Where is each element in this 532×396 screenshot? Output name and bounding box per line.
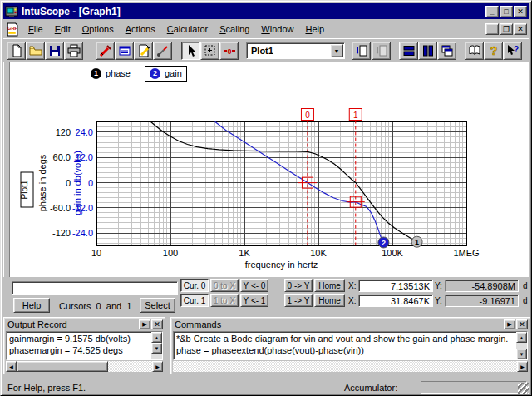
output-record-titlebar: Output Record ▶ ✕ bbox=[6, 319, 163, 330]
commands-line[interactable]: phase = phaseextend(phase(vout)-phase(vi… bbox=[176, 344, 515, 356]
menu-file[interactable]: File bbox=[22, 22, 49, 36]
gain-curve bbox=[215, 121, 384, 242]
close-button[interactable]: ✕ bbox=[514, 6, 527, 17]
probe-pencil-icon bbox=[99, 44, 112, 57]
commands-close-button[interactable]: ✕ bbox=[516, 319, 528, 329]
plot-selector-dropdown-button[interactable]: ▼ bbox=[330, 44, 343, 57]
cursor1-to-y-button[interactable]: 1 -> Y bbox=[284, 294, 313, 307]
cascade-windows-button[interactable] bbox=[437, 42, 456, 60]
scroll-down-icon[interactable]: ▼ bbox=[516, 349, 527, 359]
select-arrow-icon bbox=[185, 44, 198, 57]
output-record-expand-button[interactable]: ▶ bbox=[139, 319, 150, 329]
menu-bar: GRF File Edit Options Actions Calculator… bbox=[3, 21, 529, 37]
plot-frame bbox=[96, 121, 466, 245]
open-folder-icon bbox=[29, 44, 42, 57]
cursor0-row: Cur. 0 0 to X Y <- 0 0 -> Y Home X: 7.13… bbox=[3, 279, 529, 293]
cursor0-to-y-button[interactable]: 0 -> Y bbox=[284, 279, 313, 292]
output-record-hscrollbar[interactable]: ◀ ▶ bbox=[6, 361, 163, 372]
cursor1-button[interactable]: Cur. 1 bbox=[180, 294, 209, 307]
manual-button[interactable] bbox=[465, 42, 484, 60]
menu-calculator[interactable]: Calculator bbox=[161, 22, 214, 36]
svg-text:?: ? bbox=[490, 44, 497, 57]
menu-options[interactable]: Options bbox=[76, 22, 120, 36]
menu-scaling[interactable]: Scaling bbox=[214, 22, 255, 36]
zoom-region-button[interactable] bbox=[200, 42, 219, 60]
cursor-marker-icon: 0 bbox=[223, 44, 236, 57]
cursor1-y-label: Y: bbox=[435, 296, 442, 305]
add-plot-button[interactable] bbox=[352, 42, 371, 60]
cursor0-flag-label: 0 bbox=[305, 111, 310, 120]
scroll-up-icon[interactable]: ▲ bbox=[516, 332, 527, 343]
probe-tool-button[interactable] bbox=[153, 42, 172, 60]
edit-notes-button[interactable] bbox=[134, 42, 153, 60]
scroll-down-icon[interactable]: ▼ bbox=[151, 343, 162, 354]
gain-tick-label: 24.0 bbox=[76, 127, 93, 137]
cursor1-home-button[interactable]: Home bbox=[314, 294, 345, 307]
maximize-button[interactable]: □ bbox=[500, 6, 513, 17]
cursor1-x-value[interactable]: 31.8467K bbox=[358, 295, 433, 307]
svg-text:GRF: GRF bbox=[7, 25, 18, 30]
mdi-minimize-button[interactable]: _ bbox=[485, 23, 499, 35]
output-record-line[interactable]: phasemargin = 74.525 degs bbox=[9, 344, 150, 356]
mdi-close-button[interactable]: ✕ bbox=[514, 23, 527, 35]
plot-list-button[interactable] bbox=[115, 42, 134, 60]
freq-tick-label: 100K bbox=[382, 248, 403, 258]
menu-window[interactable]: Window bbox=[255, 22, 299, 36]
cursor-tool-button[interactable]: 0 bbox=[219, 42, 239, 60]
commands-lines: *&b Create a Bode diagram for vin and vo… bbox=[176, 333, 515, 356]
scroll-left-icon[interactable]: ◀ bbox=[6, 361, 17, 372]
phase-curve bbox=[150, 121, 416, 241]
menu-actions[interactable]: Actions bbox=[120, 22, 161, 36]
scroll-right-icon[interactable]: ▶ bbox=[152, 361, 163, 372]
cursor0-button[interactable]: Cur. 0 bbox=[180, 279, 209, 292]
scroll-right-icon[interactable]: ▶ bbox=[517, 361, 528, 372]
new-document-button[interactable] bbox=[7, 42, 26, 60]
graph-client-area: 1 phase 2 gain 011212060.00-60.0-12024.0… bbox=[3, 62, 529, 277]
resize-grip[interactable] bbox=[518, 383, 529, 394]
tile-vertical-icon bbox=[421, 44, 435, 57]
menu-edit[interactable]: Edit bbox=[49, 22, 76, 36]
output-record-lines: gainmargin = 9.1575 db(volts) phasemargi… bbox=[9, 333, 150, 356]
add-plot-icon bbox=[355, 44, 368, 57]
help-button-toolbar[interactable]: ? bbox=[484, 42, 503, 60]
cursor0-x-value[interactable]: 7.13513K bbox=[358, 280, 433, 292]
save-button[interactable] bbox=[45, 42, 64, 60]
scrollbar-thumb[interactable] bbox=[17, 361, 108, 372]
commands-vscrollbar[interactable]: ▲ ▼ bbox=[516, 332, 527, 359]
tile-horizontal-button[interactable] bbox=[399, 42, 418, 60]
plot-selector-combobox[interactable]: Plot1 ▼ bbox=[246, 42, 345, 59]
print-button[interactable] bbox=[64, 42, 83, 60]
freq-tick-label: 1K bbox=[239, 248, 250, 258]
commands-expand-button[interactable]: ▶ bbox=[504, 319, 515, 329]
gridlines-major bbox=[96, 121, 466, 245]
gain-axis-title: gain in db(volts) bbox=[72, 151, 82, 215]
cursor1-y-value: -9.16971 bbox=[445, 295, 519, 307]
x-axis-title: frequency in hertz bbox=[245, 260, 318, 270]
select-mode-button[interactable] bbox=[181, 42, 200, 60]
tile-vertical-button[interactable] bbox=[418, 42, 437, 60]
scope-probe-icon bbox=[156, 44, 170, 57]
scroll-up-icon[interactable]: ▲ bbox=[151, 332, 162, 343]
add-trace-button[interactable] bbox=[96, 42, 115, 60]
menu-help[interactable]: Help bbox=[300, 22, 331, 36]
commands-line[interactable]: *&b Create a Bode diagram for vin and vo… bbox=[176, 333, 515, 344]
minimize-icon: _ bbox=[490, 7, 494, 16]
output-record-close-button[interactable]: ✕ bbox=[151, 319, 163, 329]
output-record-line[interactable]: gainmargin = 9.1575 db(volts) bbox=[9, 333, 150, 344]
cursor0-to-x-button: 0 to X bbox=[210, 279, 239, 292]
bode-plot[interactable]: 011212060.00-60.0-12024.012.00-12.0-24.0… bbox=[3, 62, 530, 277]
save-icon bbox=[48, 44, 62, 57]
minimize-icon: _ bbox=[490, 25, 494, 33]
freq-tick-label: 100 bbox=[163, 248, 178, 258]
cursor0-home-button[interactable]: Home bbox=[314, 279, 345, 292]
gain-tick-label: -24.0 bbox=[72, 228, 93, 238]
cursor0-y-value: -54.8908M bbox=[445, 280, 519, 292]
minimize-button[interactable]: _ bbox=[485, 6, 499, 17]
context-help-button[interactable]: ? bbox=[503, 42, 522, 60]
y-from-cursor1-button[interactable]: Y <- 1 bbox=[240, 294, 268, 307]
commands-hscrollbar[interactable]: ▶ bbox=[173, 361, 528, 372]
mdi-restore-button[interactable]: ❐ bbox=[500, 23, 513, 35]
output-record-vscrollbar[interactable]: ▲ ▼ bbox=[151, 332, 162, 359]
open-file-button[interactable] bbox=[26, 42, 45, 60]
y-from-cursor0-button[interactable]: Y <- 0 bbox=[240, 279, 268, 292]
